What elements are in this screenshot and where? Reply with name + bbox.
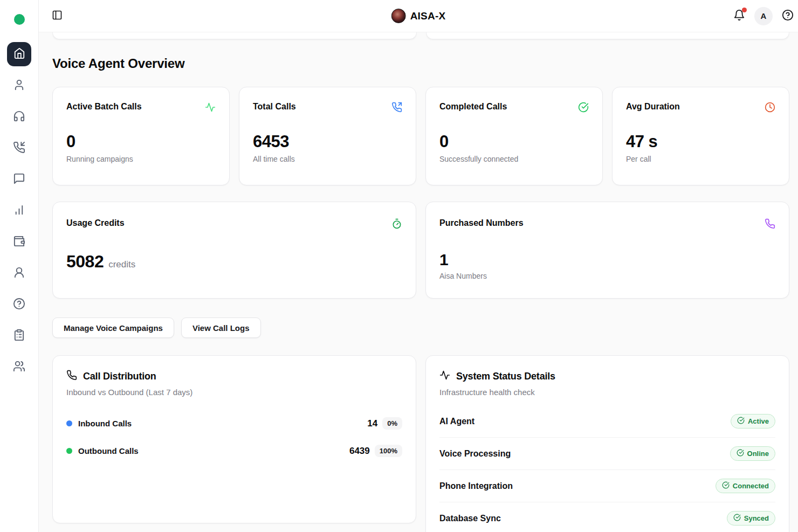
card-title: Purchased Numbers <box>439 218 524 228</box>
page-title: Voice Agent Overview <box>52 56 789 71</box>
row-label: Inbound Calls <box>78 419 132 428</box>
manage-voice-campaigns-button[interactable]: Manage Voice Campaigns <box>52 317 174 338</box>
message-square-icon <box>13 172 25 186</box>
topbar-actions: A <box>733 7 794 25</box>
inbound-calls-row: Inbound Calls 14 0% <box>66 417 402 430</box>
status-list: AI Agent Active Voice Processing Online <box>439 405 775 532</box>
sidebar-item-headphones[interactable] <box>13 110 26 123</box>
status-row-voice-processing: Voice Processing Online <box>439 438 775 470</box>
stat-value: 6453 <box>253 132 402 151</box>
row-value: 14 <box>367 418 377 429</box>
sidebar-item-profile[interactable] <box>13 267 26 280</box>
percent-badge: 100% <box>375 445 402 457</box>
activity-icon <box>439 370 450 383</box>
sidebar-item-chat[interactable] <box>13 173 26 186</box>
status-badge: Active <box>731 414 775 429</box>
sidebar-item-analytics[interactable] <box>13 204 26 217</box>
stat-value: 0 <box>439 132 589 151</box>
main-content: Voice Agent Overview Active Batch Calls … <box>39 32 798 532</box>
stat-subtitle: All time calls <box>253 155 402 163</box>
actions-row: Manage Voice Campaigns View Call Logs <box>52 317 789 338</box>
question-circle-icon <box>782 9 794 23</box>
call-distribution-card: Call Distribution Inbound vs Outbound (L… <box>52 355 416 523</box>
bottom-panels: Call Distribution Inbound vs Outbound (L… <box>52 355 789 532</box>
stat-subtitle: Running campaigns <box>66 155 216 163</box>
numbers-subtitle: Aisa Numbers <box>439 272 775 280</box>
sidebar-item-help[interactable] <box>13 298 26 311</box>
outbound-calls-row: Outbound Calls 6439 100% <box>66 445 402 457</box>
check-circle-icon <box>578 102 589 113</box>
status-badge: Connected <box>716 479 775 493</box>
partial-card <box>52 32 417 39</box>
timer-icon <box>391 218 402 229</box>
phone-icon <box>66 370 77 383</box>
status-badge: Synced <box>727 511 775 526</box>
topbar: AISA-X A <box>39 0 798 32</box>
user-round-icon <box>13 266 25 280</box>
credits-unit: credits <box>108 259 135 270</box>
sidebar <box>0 0 39 532</box>
sidebar-item-home[interactable] <box>7 42 31 66</box>
panel-subtitle: Infrastructure health check <box>439 388 775 397</box>
app-window: AISA-X A Voice Agent Overview Active Bat… <box>0 0 798 532</box>
status-label: Voice Processing <box>439 449 511 459</box>
stat-card-completed-calls: Completed Calls 0 Successfully connected <box>425 87 603 185</box>
card-title: Usage Credits <box>66 218 125 228</box>
percent-badge: 0% <box>382 417 402 430</box>
status-text: Online <box>747 450 769 458</box>
outbound-dot-icon <box>66 448 72 454</box>
headphones-icon <box>13 110 25 124</box>
panel-subtitle: Inbound vs Outbound (Last 7 days) <box>66 388 402 397</box>
wide-cards-grid: Usage Credits 5082 credits Purchased Num… <box>52 202 789 299</box>
avatar[interactable]: A <box>754 7 773 25</box>
row-value: 6439 <box>349 446 370 457</box>
stat-value: 47 s <box>626 132 775 151</box>
status-label: Database Sync <box>439 514 501 523</box>
inbound-dot-icon <box>66 420 72 426</box>
stat-card-total-calls: Total Calls 6453 All time calls <box>239 87 416 185</box>
partial-card <box>426 32 789 39</box>
stat-card-active-batch-calls: Active Batch Calls 0 Running campaigns <box>52 87 230 185</box>
stat-card-title: Avg Duration <box>626 102 680 112</box>
phone-incoming-icon <box>13 141 25 155</box>
user-icon <box>13 79 25 93</box>
stat-card-title: Total Calls <box>253 102 296 112</box>
clipboard-list-icon <box>13 329 25 343</box>
sidebar-nav <box>7 47 31 374</box>
check-circle-icon <box>737 417 745 426</box>
status-text: Active <box>748 417 769 425</box>
status-text: Synced <box>744 514 769 522</box>
status-label: AI Agent <box>439 417 474 426</box>
sidebar-item-incoming-calls[interactable] <box>13 142 26 155</box>
usage-credits-card: Usage Credits 5082 credits <box>52 202 416 299</box>
help-circle-icon <box>13 298 25 312</box>
notifications-button[interactable] <box>733 9 745 23</box>
numbers-value: 1 <box>439 251 448 269</box>
brand: AISA-X <box>391 9 446 23</box>
system-status-card: System Status Details Infrastructure hea… <box>425 355 789 532</box>
stat-value: 0 <box>66 132 216 151</box>
sidebar-item-user[interactable] <box>13 79 26 92</box>
help-button[interactable] <box>782 9 794 23</box>
check-circle-icon <box>733 514 741 523</box>
home-icon <box>13 47 25 61</box>
sidebar-item-team[interactable] <box>13 361 26 374</box>
sidebar-item-wallet[interactable] <box>13 236 26 248</box>
view-call-logs-button[interactable]: View Call Logs <box>181 317 261 338</box>
brand-name: AISA-X <box>410 10 446 22</box>
sidebar-item-logs[interactable] <box>13 329 26 342</box>
status-dot-icon <box>14 14 25 25</box>
phone-outgoing-icon <box>391 102 402 113</box>
users-icon <box>13 360 25 374</box>
stats-grid: Active Batch Calls 0 Running campaigns T… <box>52 87 789 185</box>
stat-card-title: Completed Calls <box>439 102 507 112</box>
purchased-numbers-card: Purchased Numbers 1 Aisa Numbers <box>425 202 789 299</box>
wallet-icon <box>13 235 25 249</box>
stat-card-avg-duration: Avg Duration 47 s Per call <box>612 87 789 185</box>
brand-logo-icon <box>391 9 406 23</box>
sidebar-toggle-button[interactable] <box>52 10 63 22</box>
check-circle-icon <box>737 449 744 458</box>
status-row-database-sync: Database Sync Synced <box>439 502 775 532</box>
call-distribution-rows: Inbound Calls 14 0% Outbound Calls <box>66 417 402 457</box>
stat-subtitle: Successfully connected <box>439 155 589 163</box>
